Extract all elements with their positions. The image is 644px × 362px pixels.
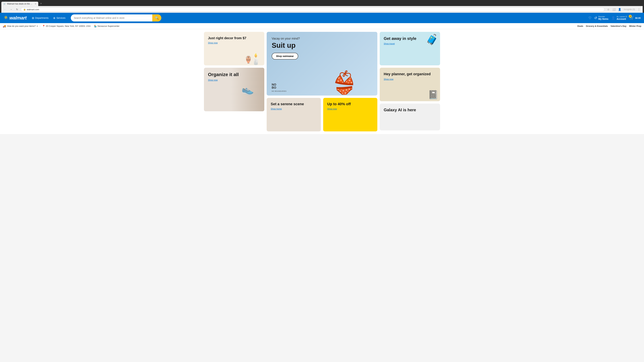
luggage-icon: 🧳: [426, 33, 438, 45]
deals-link[interactable]: Deals: [578, 25, 583, 27]
galaxy-title: Galaxy AI is here: [384, 108, 436, 112]
planner-title: Hey planner, get organized: [384, 72, 436, 77]
departments-nav-item[interactable]: ⊞ Departments: [30, 15, 50, 21]
address-bar[interactable]: 🔒 walmart.com: [21, 7, 604, 11]
active-tab[interactable]: 🛒 Walmart has deals on the most... ✕: [1, 2, 38, 6]
browser-toolbar: ← → ↻ 🔒 walmart.com ☆ ⬜ 👤 Incognito (3) …: [1, 6, 643, 13]
store-info[interactable]: 🏪 Secaucus Supercenter: [94, 25, 120, 27]
location-info[interactable]: 📍 20 Cooper Square, New York, NY 10003, …: [42, 25, 90, 27]
heart-icon: ♡: [588, 16, 592, 20]
nobo-brand-logo: NOBONO BOUNDARIES: [272, 83, 286, 92]
tab-favicon: 🛒: [3, 3, 6, 5]
tab-close-button[interactable]: ✕: [35, 3, 36, 5]
sub-nav: 🚚 How do you want your items? ▾ | 📍 20 C…: [0, 23, 644, 29]
reorder-label: Reorder: [598, 15, 608, 17]
tab-title: Walmart has deals on the most...: [7, 3, 33, 5]
winter-prep-link[interactable]: Winter Prep: [629, 25, 641, 27]
planner-promo-card[interactable]: Hey planner, get organized Shop now 📓: [380, 68, 440, 101]
forward-button[interactable]: →: [9, 7, 14, 12]
cart-price: $0.00: [635, 17, 641, 19]
serene-title: Set a serene scene: [271, 102, 317, 106]
search-bar: 🔍: [71, 14, 161, 21]
decor-bowl-visual: 🏺: [244, 56, 252, 64]
walmart-header: walmart ⊞ Departments ⊕ Services 🔍 ♡: [0, 13, 644, 23]
services-nav-item[interactable]: ⊕ Services: [51, 15, 68, 21]
spark-icon: [3, 15, 8, 21]
decor-shop-link[interactable]: Shop now: [208, 41, 260, 44]
sale-promo-card[interactable]: Up to 40% off Shop now: [323, 98, 377, 131]
header-right: ♡ ↺ Reorder My Items 👤 Hi, Lauren D Acco…: [588, 15, 641, 20]
reorder-text: Reorder My Items: [598, 15, 608, 20]
lock-icon: 🔒: [23, 8, 26, 10]
center-column: Vacay on your mind? Suit up Shop swimwea…: [267, 32, 377, 131]
departments-icon: ⊞: [32, 16, 34, 19]
hero-subtitle: Vacay on your mind?: [272, 37, 300, 40]
search-input[interactable]: [71, 14, 152, 21]
hero-swimwear-card[interactable]: Vacay on your mind? Suit up Shop swimwea…: [267, 32, 377, 95]
browser-chrome: 🛒 Walmart has deals on the most... ✕ + ←…: [0, 0, 644, 13]
sale-title: Up to 40% off: [327, 102, 373, 106]
account-icon: 👤: [611, 16, 615, 20]
new-tab-button[interactable]: +: [38, 1, 44, 6]
hero-title: Suit up: [272, 41, 300, 49]
galaxy-promo-card[interactable]: Galaxy AI is here: [380, 104, 440, 130]
delivery-label: How do you want your items?: [7, 25, 36, 27]
notebook-icon: 📓: [428, 90, 438, 99]
planner-shop-link[interactable]: Shop now: [384, 78, 436, 80]
main-content: Just right decor from $7 Shop now 🕯️ 🏺 O…: [201, 29, 443, 134]
valentines-link[interactable]: Valentine's Day: [610, 25, 626, 27]
swimwear-visual: 👙: [311, 32, 377, 95]
delivery-icon: 🚚: [3, 24, 6, 28]
organize-shop-link[interactable]: Shop now: [208, 79, 260, 81]
profile-button[interactable]: 👤: [617, 7, 622, 12]
menu-button[interactable]: ⋮: [636, 7, 641, 12]
refresh-button[interactable]: ↻: [15, 7, 20, 12]
sale-shop-link[interactable]: Shop now: [327, 108, 373, 110]
travel-promo-card[interactable]: Get away in style Shop travel 🧳: [380, 32, 440, 65]
walmart-logo[interactable]: walmart: [3, 15, 26, 21]
url-text: walmart.com: [27, 8, 602, 11]
bottom-row-cards: Set a serene scene Shop home Up to 40% o…: [267, 98, 377, 131]
serene-shop-link[interactable]: Shop home: [271, 108, 317, 110]
organize-promo-card[interactable]: Organize it all Shop now 👟: [204, 68, 264, 111]
account-button[interactable]: 👤 Hi, Lauren D Account: [611, 15, 627, 20]
grocery-link[interactable]: Grocery & Essentials: [586, 25, 608, 27]
decor-promo-card[interactable]: Just right decor from $7 Shop now 🕯️ 🏺: [204, 32, 264, 65]
logo-text: walmart: [10, 15, 26, 21]
services-icon: ⊕: [53, 16, 55, 19]
shoes-icon: 👟: [242, 84, 254, 95]
search-icon: 🔍: [155, 16, 159, 19]
delivery-selector[interactable]: 🚚 How do you want your items? ▾: [3, 24, 38, 28]
organize-title: Organize it all: [208, 72, 260, 77]
account-text: Hi, Lauren D Account: [617, 15, 627, 20]
cart-button[interactable]: 🛒 0 $0.00: [630, 16, 641, 20]
split-screen-button[interactable]: ⬜: [612, 7, 616, 12]
hero-content: Vacay on your mind? Suit up Shop swimwea…: [272, 37, 300, 59]
services-label: Services: [56, 16, 66, 19]
browser-actions: ☆ ⬜ 👤 Incognito (3) ⋮: [606, 7, 641, 12]
location-pin-icon: 📍: [42, 25, 45, 27]
back-button[interactable]: ←: [3, 7, 8, 12]
shop-swimwear-button[interactable]: Shop swimwear: [272, 53, 298, 59]
store-name: Secaucus Supercenter: [98, 25, 120, 27]
wishlist-button[interactable]: ♡: [588, 16, 592, 20]
bookmark-button[interactable]: ☆: [606, 7, 611, 12]
address-text: 20 Cooper Square, New York, NY 10003, US…: [46, 25, 90, 27]
left-column: Just right decor from $7 Shop now 🕯️ 🏺 O…: [204, 32, 264, 131]
incognito-label: Incognito (3): [623, 8, 636, 10]
departments-label: Departments: [35, 16, 48, 19]
search-button[interactable]: 🔍: [152, 14, 161, 21]
header-nav: ⊞ Departments ⊕ Services: [30, 15, 68, 21]
bikini-icon: 👙: [330, 70, 358, 95]
account-greeting: Hi, Lauren D: [617, 15, 627, 17]
nav-divider: |: [40, 25, 40, 27]
chevron-down-icon: ▾: [37, 25, 38, 27]
decor-title: Just right decor from $7: [208, 36, 260, 40]
account-label: Account: [617, 17, 627, 20]
browser-tabs: 🛒 Walmart has deals on the most... ✕ +: [1, 1, 643, 6]
serene-promo-card[interactable]: Set a serene scene Shop home: [267, 98, 321, 131]
my-items-label: My Items: [598, 17, 608, 20]
reorder-button[interactable]: ↺ Reorder My Items: [594, 15, 608, 20]
sub-nav-links: Deals Grocery & Essentials Valentine's D…: [578, 25, 641, 27]
right-column: Get away in style Shop travel 🧳 Hey plan…: [380, 32, 440, 131]
